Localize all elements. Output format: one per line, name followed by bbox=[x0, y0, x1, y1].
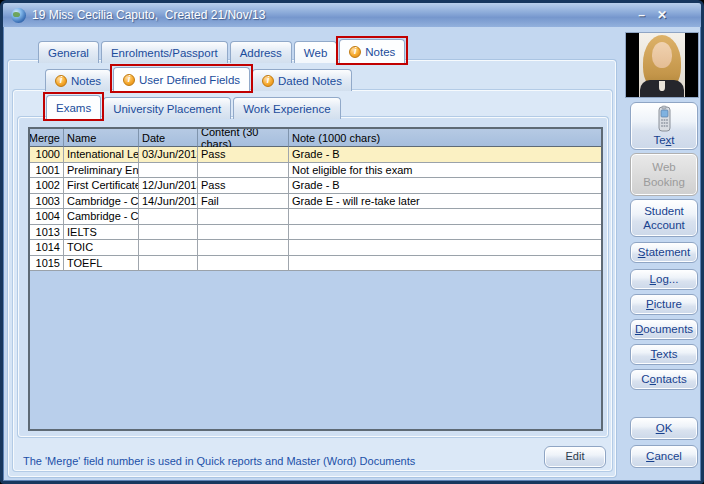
window-title: 19 Miss Cecilia Caputo, Created 21/Nov/1… bbox=[32, 8, 265, 22]
mobile-phone-icon bbox=[653, 105, 675, 132]
tab-web[interactable]: Web bbox=[294, 41, 337, 63]
tab-enrolments-passport[interactable]: Enrolments/Passport bbox=[101, 41, 228, 63]
cell[interactable] bbox=[289, 240, 601, 256]
cell[interactable]: IELTS bbox=[64, 225, 139, 241]
close-icon[interactable]: ✕ bbox=[657, 10, 667, 20]
column-header-content-30-chars[interactable]: Content (30 chars) bbox=[198, 129, 289, 147]
cell[interactable] bbox=[289, 209, 601, 225]
cell[interactable] bbox=[289, 256, 601, 272]
tab-work-experience[interactable]: Work Experience bbox=[233, 97, 340, 119]
cell[interactable]: 1001 bbox=[30, 163, 64, 179]
ok-button[interactable]: OK bbox=[630, 417, 698, 440]
column-header-note-1000-chars[interactable]: Note (1000 chars) bbox=[289, 129, 601, 147]
documents-button[interactable]: Documents bbox=[630, 319, 698, 340]
cell[interactable]: Intenational Le bbox=[64, 147, 139, 163]
exams-grid[interactable]: MergeNameDateContent (30 chars)Note (100… bbox=[28, 127, 603, 431]
table-row[interactable]: 1004Cambridge - C bbox=[30, 209, 601, 225]
cell[interactable]: 1014 bbox=[30, 240, 64, 256]
tab-label: University Placement bbox=[113, 103, 221, 115]
cell[interactable]: 1013 bbox=[30, 225, 64, 241]
cell[interactable]: Cambridge - C bbox=[64, 209, 139, 225]
cell[interactable] bbox=[198, 240, 289, 256]
tab-general[interactable]: General bbox=[38, 41, 99, 63]
app-globe-icon bbox=[11, 8, 26, 23]
merge-field-hint: The 'Merge' field number is used in Quic… bbox=[23, 455, 415, 467]
cell[interactable] bbox=[198, 209, 289, 225]
cell[interactable] bbox=[139, 240, 198, 256]
tab-notes[interactable]: iNotes bbox=[45, 69, 111, 91]
table-row[interactable]: 1003Cambridge - C14/Jun/2013FailGrade E … bbox=[30, 194, 601, 210]
cell[interactable]: TOEFL bbox=[64, 256, 139, 272]
table-row[interactable]: 1001Preliminary EnNot eligible for this … bbox=[30, 163, 601, 179]
text-button-label: Text bbox=[653, 133, 674, 147]
cell[interactable]: 1000 bbox=[30, 147, 64, 163]
cell[interactable]: 03/Jun/2013 bbox=[139, 147, 198, 163]
cell[interactable]: Pass bbox=[198, 147, 289, 163]
cell[interactable] bbox=[289, 225, 601, 241]
cell[interactable]: Not eligible for this exam bbox=[289, 163, 601, 179]
tab-dated-notes[interactable]: iDated Notes bbox=[252, 69, 352, 91]
table-row[interactable]: 1014TOIC bbox=[30, 240, 601, 256]
cell[interactable] bbox=[139, 209, 198, 225]
edit-button[interactable]: Edit bbox=[544, 446, 606, 468]
tab-label: Exams bbox=[56, 102, 91, 114]
tab-notes[interactable]: iNotes bbox=[339, 39, 405, 63]
cell[interactable]: Grade - B bbox=[289, 147, 601, 163]
cell[interactable]: Cambridge - C bbox=[64, 194, 139, 210]
cell[interactable]: Grade - B bbox=[289, 178, 601, 194]
web-booking-button: Web Booking bbox=[630, 153, 698, 196]
cell[interactable]: 1015 bbox=[30, 256, 64, 272]
student-photo bbox=[625, 32, 699, 98]
texts-button[interactable]: Texts bbox=[630, 344, 698, 365]
cell[interactable]: First Certificate bbox=[64, 178, 139, 194]
log-button[interactable]: Log... bbox=[630, 269, 698, 290]
cancel-button[interactable]: Cancel bbox=[630, 445, 698, 468]
table-row[interactable]: 1000Intenational Le03/Jun/2013PassGrade … bbox=[30, 147, 601, 163]
cell[interactable]: Pass bbox=[198, 178, 289, 194]
table-row[interactable]: 1013IELTS bbox=[30, 225, 601, 241]
portrait bbox=[639, 33, 685, 97]
cell[interactable]: Grade E - will re-take later bbox=[289, 194, 601, 210]
web-booking-line1: Web bbox=[652, 160, 675, 174]
tab-university-placement[interactable]: University Placement bbox=[103, 97, 231, 119]
info-icon: i bbox=[349, 46, 361, 58]
tab-label: Web bbox=[304, 47, 327, 59]
portrait-suit bbox=[640, 80, 684, 97]
tab-label: Notes bbox=[71, 75, 101, 87]
udf-category-tab-bar: ExamsUniversity PlacementWork Experience bbox=[46, 95, 341, 119]
cell[interactable] bbox=[139, 256, 198, 272]
cell[interactable]: TOIC bbox=[64, 240, 139, 256]
cell[interactable]: Preliminary En bbox=[64, 163, 139, 179]
picture-button[interactable]: Picture bbox=[630, 294, 698, 315]
column-header-date[interactable]: Date bbox=[139, 129, 198, 147]
cell[interactable]: 1002 bbox=[30, 178, 64, 194]
cell[interactable]: 1004 bbox=[30, 209, 64, 225]
minimize-icon[interactable]: – bbox=[638, 10, 645, 20]
cell[interactable] bbox=[139, 163, 198, 179]
cell[interactable]: 1003 bbox=[30, 194, 64, 210]
tab-user-defined-fields[interactable]: iUser Defined Fields bbox=[113, 67, 250, 91]
tab-exams[interactable]: Exams bbox=[46, 95, 101, 119]
grid-header-row: MergeNameDateContent (30 chars)Note (100… bbox=[30, 129, 601, 147]
cell[interactable]: Fail bbox=[198, 194, 289, 210]
cell[interactable] bbox=[198, 163, 289, 179]
title-bar[interactable]: 19 Miss Cecilia Caputo, Created 21/Nov/1… bbox=[3, 3, 701, 27]
column-header-merge[interactable]: Merge bbox=[30, 129, 64, 147]
tab-label: User Defined Fields bbox=[139, 74, 240, 86]
cell[interactable] bbox=[198, 256, 289, 272]
table-row[interactable]: 1015TOEFL bbox=[30, 256, 601, 272]
cell[interactable] bbox=[198, 225, 289, 241]
cell[interactable] bbox=[139, 225, 198, 241]
text-button[interactable]: Text bbox=[630, 102, 698, 150]
cell[interactable]: 12/Jun/2013 bbox=[139, 178, 198, 194]
statement-button[interactable]: Statement bbox=[630, 242, 698, 263]
column-header-name[interactable]: Name bbox=[64, 129, 139, 147]
student-account-button[interactable]: Student Account bbox=[630, 199, 698, 237]
student-record-window: 19 Miss Cecilia Caputo, Created 21/Nov/1… bbox=[0, 0, 704, 484]
table-row[interactable]: 1002First Certificate12/Jun/2013PassGrad… bbox=[30, 178, 601, 194]
tab-address[interactable]: Address bbox=[230, 41, 292, 63]
tab-label: Enrolments/Passport bbox=[111, 47, 218, 59]
contacts-button[interactable]: Contacts bbox=[630, 369, 698, 390]
info-icon: i bbox=[262, 75, 274, 87]
cell[interactable]: 14/Jun/2013 bbox=[139, 194, 198, 210]
